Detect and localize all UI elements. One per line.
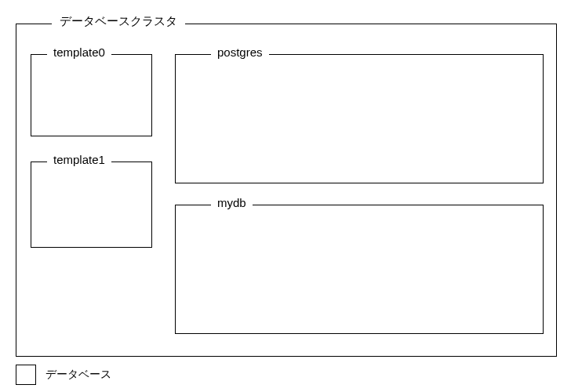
legend-box-icon [16,365,36,385]
database-template0-box: template0 [31,54,152,136]
database-postgres-box: postgres [175,54,544,183]
legend-label: データベース [45,368,111,382]
database-template1-label: template1 [47,153,111,166]
legend: データベース [16,365,555,385]
database-template1-box: template1 [31,162,152,248]
database-cluster-box: データベースクラスタ template0 template1 postgres … [16,24,557,357]
database-mydb-box: mydb [175,205,544,334]
database-postgres-label: postgres [211,45,269,59]
cluster-title: データベースクラスタ [52,14,185,29]
database-mydb-label: mydb [211,196,253,209]
database-template0-label: template0 [47,45,111,59]
